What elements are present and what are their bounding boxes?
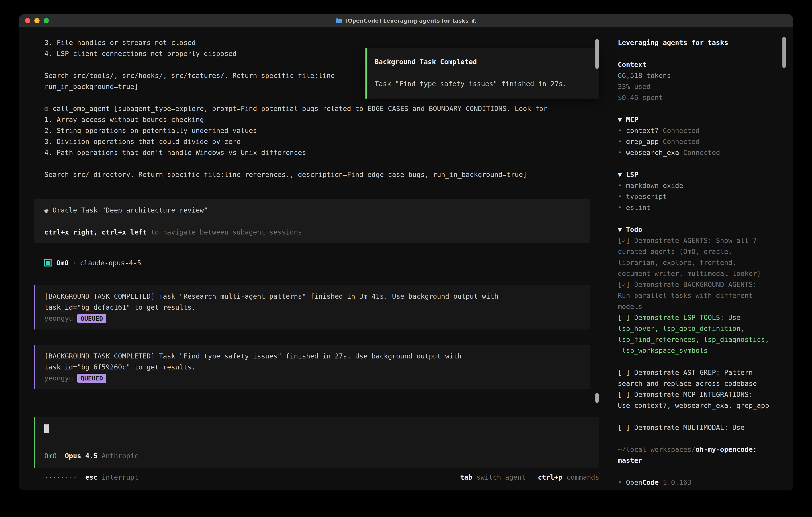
status-badge: QUEUED <box>77 374 106 383</box>
text-segment: run_in_background=true] <box>45 83 139 90</box>
text-line: [ ] Demonstrate AST-GREP: Pattern <box>618 367 781 378</box>
text-line: 3. Division operations that could divide… <box>45 136 609 147</box>
text-line: [ ] Demonstrate LSP TOOLS: Use <box>618 312 781 323</box>
text-line: lsp_workspace_symbols <box>618 345 781 356</box>
text-segment: lsp_hover, lsp_goto_definition, <box>618 324 745 332</box>
text-line <box>618 213 781 224</box>
prompt-input[interactable]: OmO Opus 4.5 Anthropic <box>34 417 599 468</box>
text-line: Search src/ directory. Return specific f… <box>45 169 609 180</box>
text-line: 2. String operations on potentially unde… <box>45 125 609 136</box>
oracle-task-panel: ◉ Oracle Task "Deep architecture review"… <box>34 199 590 243</box>
text-segment: Leveraging agents for tasks <box>618 38 728 47</box>
text-line: Run parallel tasks with different <box>618 290 781 301</box>
separator-dot: · <box>72 259 76 267</box>
text-line <box>618 48 781 59</box>
message-meta: yeongyu QUEUED <box>45 313 582 324</box>
text-line: $0.46 spent <box>618 92 781 103</box>
text-segment: • <box>618 479 626 486</box>
text-segment: grep_app <box>626 138 659 145</box>
text-segment: $0.46 spent <box>618 93 663 102</box>
text-segment: • <box>618 127 626 135</box>
text-segment: task_id="bg_6f59260c" to get results. <box>45 363 196 371</box>
text-line: Use context7, websearch_exa, grep_app <box>618 400 781 411</box>
text-segment: 3. File handles or streams not closed <box>45 38 196 47</box>
text-line <box>618 433 781 444</box>
text-line: • grep_app Connected <box>618 136 781 147</box>
text-line: [ ] Demonstrate MCP INTEGRATIONS: <box>618 389 781 400</box>
chat-scrollbar-thumb[interactable] <box>596 39 599 69</box>
text-segment: 33% used <box>618 83 650 90</box>
text-line: OmO Opus 4.5 Anthropic <box>45 451 139 461</box>
status-badge: QUEUED <box>77 314 106 323</box>
text-line: task_id="bg_dcfac161" to get results. <box>45 302 582 313</box>
sidebar-scrollbar-thumb[interactable] <box>782 36 786 68</box>
text-segment: ctrl+x right, ctrl+x left <box>45 228 147 236</box>
text-segment: Search src/ directory. Return specific f… <box>45 170 527 179</box>
minimize-button[interactable] <box>34 18 39 23</box>
text-line <box>45 216 582 227</box>
text-segment: Opus 4.5 <box>65 452 97 460</box>
text-line: [BACKGROUND TASK COMPLETED] Task "Resear… <box>45 291 582 302</box>
text-segment: Background Task Completed <box>375 58 477 66</box>
text-line: ctrl+x right, ctrl+x left to navigate be… <box>45 227 582 238</box>
close-button[interactable] <box>25 18 30 23</box>
text-line: ▼ Todo <box>618 224 781 235</box>
text-line: [BACKGROUND TASK COMPLETED] Task "Find t… <box>45 351 582 362</box>
text-line: document-writer, multimodal-looker) <box>618 268 781 279</box>
text-segment: lsp_workspace_symbols <box>618 347 708 354</box>
text-segment: interrupt <box>102 473 139 481</box>
agent-name: OmO <box>56 259 68 267</box>
text-segment: • <box>618 138 626 145</box>
text-segment: 4. Path operations that don't handle Win… <box>45 148 306 157</box>
text-segment: context7 <box>626 127 659 135</box>
text-line: ◉ Oracle Task "Deep architecture review" <box>45 205 582 216</box>
text-line: Context <box>618 59 781 70</box>
background-task-message: [BACKGROUND TASK COMPLETED] Task "Find t… <box>34 345 590 389</box>
text-segment: 4. LSP client connections not properly d… <box>45 50 237 58</box>
text-line: lsp_find_references, lsp_diagnostics, <box>618 334 781 345</box>
text-line <box>618 103 781 114</box>
text-line: ~/local-workspaces/oh-my-opencode: <box>618 444 781 455</box>
message-meta: yeongyu QUEUED <box>45 373 582 384</box>
text-segment: Open <box>626 479 642 486</box>
text-line: search and replace across codebase <box>618 378 781 389</box>
text-segment: switch agent <box>472 473 525 481</box>
text-line <box>618 356 781 367</box>
text-segment: master <box>618 456 642 464</box>
chat-scrollbar-indicator[interactable] <box>596 393 599 403</box>
text-segment: call_omo_agent [subagent_type=explore, p… <box>53 105 548 113</box>
text-cursor <box>45 425 49 433</box>
text-segment: [ ] Demonstrate MULTIMODAL: Use <box>618 424 745 431</box>
message-author: yeongyu <box>45 373 73 384</box>
text-segment: eslint <box>626 203 650 212</box>
session-state-icon: ◐ <box>472 18 476 24</box>
text-segment: ◉ Oracle Task "Deep architecture review" <box>45 206 208 214</box>
text-segment: 2. String operations on potentially unde… <box>45 127 257 135</box>
text-segment: task_id="bg_dcfac161" to get results. <box>45 303 196 311</box>
text-segment: Connected <box>659 127 700 135</box>
text-segment: ~/local-workspaces/ <box>618 445 696 454</box>
text-segment: Task "Find type safety issues" finished … <box>375 80 567 88</box>
sidebar-lines: Leveraging agents for tasks Context66,51… <box>618 37 781 488</box>
background-task-toast: Background Task Completed Task "Find typ… <box>366 48 599 99</box>
text-segment <box>97 452 102 460</box>
text-segment: ▼ LSP <box>618 170 638 179</box>
text-segment: Anthropic <box>102 452 139 460</box>
text-line: Task "Find type safety issues" finished … <box>375 78 599 89</box>
text-line: • websearch_exa Connected <box>618 147 781 158</box>
text-segment: 1.0.163 <box>659 479 692 486</box>
text-segment: ctrl+p <box>538 473 562 481</box>
text-segment: ⚙ <box>45 105 53 113</box>
text-segment: Connected <box>659 138 700 145</box>
text-segment: Context <box>618 61 646 69</box>
agent-model: claude-opus-4-5 <box>80 259 141 267</box>
zoom-button[interactable] <box>44 18 49 23</box>
text-segment: markdown-oxide <box>626 182 683 190</box>
text-line: 33% used <box>618 81 781 92</box>
text-segment: OmO <box>45 452 57 460</box>
text-line: • markdown-oxide <box>618 180 781 191</box>
text-segment: search and replace across codebase <box>618 379 757 387</box>
text-line: ▼ LSP <box>618 169 781 180</box>
text-line: tab switch agent ctrl+p commands <box>460 472 599 483</box>
text-segment: Use context7, websearch_exa, grep_app <box>618 402 769 409</box>
